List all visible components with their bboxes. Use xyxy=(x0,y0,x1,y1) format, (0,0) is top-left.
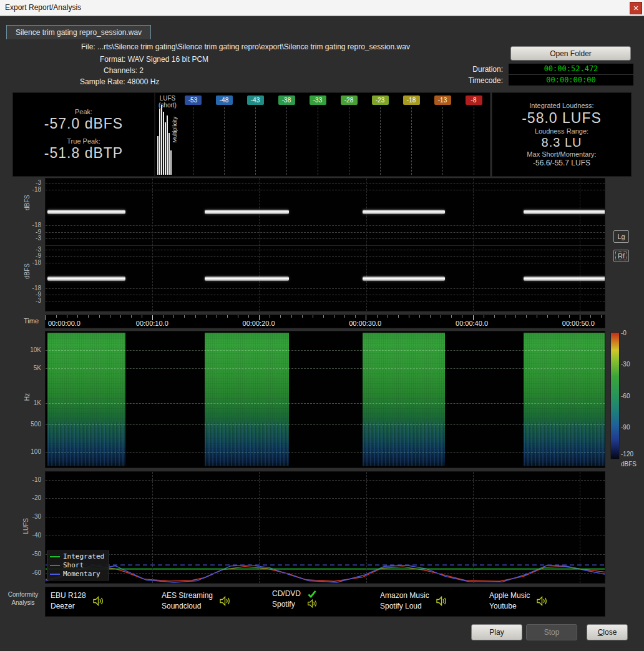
grid-line xyxy=(46,263,605,263)
lufs-scale-gridline xyxy=(442,107,443,175)
grid-line xyxy=(259,179,260,311)
grid-line xyxy=(46,250,605,250)
speaker-icon[interactable] xyxy=(435,595,447,607)
max-short-momentary-value: -56.6/-55.7 LUFS xyxy=(533,159,590,167)
lg-button[interactable]: Lg xyxy=(613,230,629,243)
pass-check-icon xyxy=(307,590,317,598)
grid-line xyxy=(259,472,260,583)
colorbar-tick: -90 xyxy=(621,424,630,431)
conformity-item-ebu-r128: EBU R128 Deezer xyxy=(51,590,104,612)
lufs-axis-tick: -50 xyxy=(19,551,41,557)
sample-rate-line: Sample Rate: 48000 Hz xyxy=(80,77,159,86)
close-button[interactable]: Close xyxy=(587,624,628,640)
legend-label: Integrated xyxy=(63,552,104,560)
grid-line xyxy=(46,301,605,301)
grid-line xyxy=(46,295,605,295)
lufs-scale-badge: -28 xyxy=(341,95,358,105)
colorbar-unit: dBFS xyxy=(621,461,637,467)
loudness-curves xyxy=(46,472,605,584)
lufs-scale-badge: -53 xyxy=(185,95,202,105)
multiplicity-bar xyxy=(168,133,170,175)
peak-panel: Peak: -57.0 dBFS True Peak: -51.8 dBTP xyxy=(12,92,155,177)
lufs-histogram-panel: LUFS (short) Multiplicity -53-48-43-38-3… xyxy=(155,92,490,177)
lufs-scale-badge: -13 xyxy=(434,95,451,105)
legend-label: Momentary xyxy=(63,570,100,578)
time-axis-label: Time xyxy=(24,317,39,325)
legend-swatch xyxy=(50,565,60,566)
lufs-scale-gridline xyxy=(474,107,474,175)
conformity-standard-label: CD/DVD xyxy=(272,589,301,599)
titlebar: Export Report/Analysis ✕ xyxy=(0,0,644,16)
spectrogram-segment xyxy=(205,333,289,466)
grid-line xyxy=(152,472,153,583)
time-tick-label: 00:00:10.0 xyxy=(136,320,168,327)
time-ruler: 00:00:00.0 00:00:10.0 00:00:20.0 00:00:3… xyxy=(45,315,605,328)
grid-line xyxy=(46,517,605,517)
multiplicity-bar xyxy=(165,122,166,175)
legend-entry: Momentary xyxy=(50,570,104,578)
lufs-scale-gridline xyxy=(193,107,193,175)
timecode-value: 00:00:00:00 xyxy=(509,75,633,86)
waveform-segment xyxy=(524,277,605,281)
play-button[interactable]: Play xyxy=(471,624,522,640)
hz-axis-tick: 500 xyxy=(19,421,41,428)
tab-label: Silence trim gating repro_session.wav xyxy=(16,28,142,37)
lufs-scale-badge: -8 xyxy=(466,95,482,105)
lufs-scale-badge: -33 xyxy=(310,95,326,105)
rf-button[interactable]: Rf xyxy=(613,250,629,262)
lufs-scale-gridline xyxy=(411,107,412,175)
conformity-standard-label: Amazon Music xyxy=(380,590,429,601)
speaker-icon[interactable] xyxy=(92,595,104,607)
lufs-scale-badge: -38 xyxy=(278,95,295,105)
loudness-legend: IntegratedShortMomentary xyxy=(47,551,109,580)
conformity-item-aes-streaming: AES Streaming Soundcloud xyxy=(162,590,231,612)
conformity-standard-label: Spotify Loud xyxy=(380,601,429,612)
multiplicity-bar xyxy=(170,150,172,175)
export-report-window: Export Report/Analysis ✕ Silence trim ga… xyxy=(0,0,644,651)
major-ticks xyxy=(46,315,605,320)
wave-axis-tick: -18 xyxy=(19,186,41,193)
tab-session-wav[interactable]: Silence trim gating repro_session.wav xyxy=(6,25,151,39)
wave-axis-unit: dBFS xyxy=(24,263,31,279)
waveform-segment xyxy=(47,277,126,281)
stop-button[interactable]: Stop xyxy=(526,624,577,640)
open-folder-button[interactable]: Open Folder xyxy=(510,46,631,61)
waveform-display xyxy=(45,178,605,311)
legend-swatch xyxy=(50,556,60,557)
grid-line xyxy=(366,472,367,583)
waveform-segment xyxy=(205,277,289,281)
channels-line: Channels: 2 xyxy=(104,66,144,75)
grid-line xyxy=(46,452,605,453)
speaker-icon[interactable] xyxy=(218,595,231,607)
duration-value: 00:00:52.472 xyxy=(509,64,633,74)
peak-value: -57.0 dBFS xyxy=(44,115,123,132)
grid-line xyxy=(46,368,605,369)
lufs-scale-gridline xyxy=(224,107,225,175)
lufs-scale-gridline xyxy=(349,107,349,175)
legend-label: Short xyxy=(63,561,84,569)
format-line: Format: WAV Signed 16 bit PCM xyxy=(100,55,208,64)
grid-line xyxy=(46,498,605,499)
file-path: File: ...rts\Silence trim gating\Silence… xyxy=(81,42,410,51)
conformity-standard-label: Deezer xyxy=(51,601,86,612)
conformity-standard-label: EBU R128 xyxy=(51,590,86,601)
peak-label: Peak: xyxy=(75,108,92,115)
lufs-axis-tick: -60 xyxy=(19,569,41,576)
speaker-icon[interactable] xyxy=(535,595,548,607)
conformity-standard-label: Youtube xyxy=(489,601,530,612)
time-tick-label: 00:00:50.0 xyxy=(562,320,595,327)
grid-line xyxy=(46,573,605,574)
integrated-loudness-label: Integrated Loudness: xyxy=(529,102,593,109)
close-window-button[interactable]: ✕ xyxy=(630,2,642,14)
true-peak-value: -51.8 dBTP xyxy=(44,145,123,162)
lufs-axis-unit: LUFS xyxy=(22,518,29,534)
conformity-item-cd-dvd: CD/DVD Spotify xyxy=(272,589,318,610)
lufs-scale-badge: -18 xyxy=(403,95,420,105)
timecode-label: Timecode: xyxy=(449,76,503,85)
colorbar-tick: -120 xyxy=(621,451,633,458)
hz-axis-tick: 10K xyxy=(19,346,41,353)
speaker-icon[interactable] xyxy=(306,598,318,609)
wave-axis-tick: -3 xyxy=(19,179,41,186)
loudness-summary-panel: Integrated Loudness: -58.0 LUFS Loudness… xyxy=(492,92,632,177)
time-tick-label: 00:00:20.0 xyxy=(243,320,275,327)
